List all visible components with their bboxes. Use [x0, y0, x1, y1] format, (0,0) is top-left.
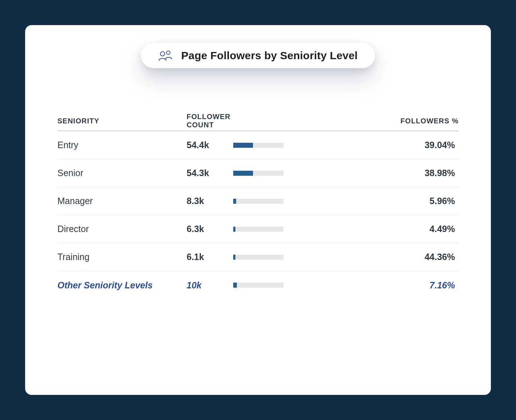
card-header: Page Followers by Seniority Level: [141, 43, 375, 68]
seniority-name: Training: [57, 252, 187, 262]
follower-count: 6.1k: [187, 252, 233, 262]
followers-pct: 5.96%: [298, 196, 459, 206]
bar-fill: [233, 255, 235, 260]
bar-track: [233, 283, 283, 288]
follower-count: 10k: [187, 280, 233, 291]
bar-track: [233, 227, 283, 232]
col-follower-count: FOLLOWER COUNT: [187, 113, 233, 129]
followers-pct: 7.16%: [298, 280, 459, 291]
table-row: Senior54.3k38.98%: [57, 159, 459, 187]
bar-cell: [233, 283, 298, 288]
table-row: Director6.3k4.49%: [57, 215, 459, 243]
followers-table: SENIORITY FOLLOWER COUNT FOLLOWERS % Ent…: [57, 111, 459, 299]
bar-fill: [233, 227, 235, 232]
people-icon: [158, 50, 173, 61]
table-row: Other Seniority Levels10k7.16%: [57, 271, 459, 299]
bar-track: [233, 171, 283, 176]
followers-pct: 44.36%: [298, 252, 459, 262]
svg-point-0: [160, 52, 165, 56]
card-title: Page Followers by Seniority Level: [181, 49, 358, 62]
bar-track: [233, 143, 283, 148]
bar-cell: [233, 199, 298, 204]
followers-pct: 4.49%: [298, 224, 459, 234]
col-followers-pct: FOLLOWERS %: [298, 117, 459, 125]
bar-track: [233, 199, 283, 204]
follower-count: 8.3k: [187, 196, 233, 206]
bar-cell: [233, 143, 298, 148]
table-row: Training6.1k44.36%: [57, 243, 459, 271]
bar-cell: [233, 255, 298, 260]
seniority-name: Entry: [57, 140, 187, 150]
seniority-name: Director: [57, 224, 187, 234]
bar-fill: [233, 171, 253, 176]
bar-fill: [233, 199, 236, 204]
followers-pct: 39.04%: [298, 140, 459, 150]
col-seniority: SENIORITY: [57, 117, 187, 125]
bar-track: [233, 255, 283, 260]
seniority-name: Senior: [57, 168, 187, 178]
followers-pct: 38.98%: [298, 168, 459, 178]
table-row: Entry54.4k39.04%: [57, 131, 459, 159]
followers-card: Page Followers by Seniority Level SENIOR…: [25, 25, 491, 395]
bar-fill: [233, 283, 237, 288]
follower-count: 6.3k: [187, 224, 233, 234]
bar-cell: [233, 171, 298, 176]
seniority-name: Manager: [57, 196, 187, 206]
svg-point-1: [166, 51, 170, 55]
follower-count: 54.4k: [187, 140, 233, 150]
bar-fill: [233, 143, 253, 148]
table-row: Manager8.3k5.96%: [57, 187, 459, 215]
table-header-row: SENIORITY FOLLOWER COUNT FOLLOWERS %: [57, 111, 459, 131]
seniority-name: Other Seniority Levels: [57, 280, 187, 291]
follower-count: 54.3k: [187, 168, 233, 178]
bar-cell: [233, 227, 298, 232]
